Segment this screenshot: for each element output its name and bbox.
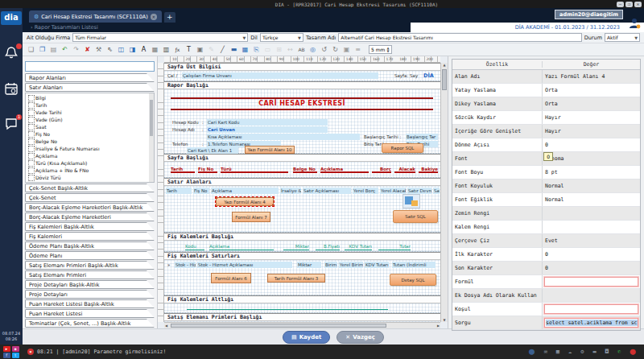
sidebar-group-10[interactable]: Satış Elemanı Primleri Başlık-Altlık bbox=[25, 261, 155, 270]
canvas-field-blue[interactable]: Stok - Hizmet Açıklaması bbox=[197, 262, 292, 268]
canvas-field-red[interactable]: Belge No bbox=[293, 166, 317, 173]
sidebar-group-3[interactable]: Çek-Senet bbox=[25, 193, 155, 202]
canvas-field-lbl[interactable]: Telefon bbox=[172, 142, 196, 147]
canvas-field-blue[interactable]: Tarih bbox=[166, 188, 192, 194]
sidebar-field-item[interactable]: Belge No bbox=[27, 138, 147, 145]
canvas-field-orange-sel[interactable]: Yazı Formül Alanı 4 bbox=[216, 197, 274, 206]
sidebar-group-15[interactable]: Puan Hareket Listesi bbox=[25, 309, 155, 318]
canvas-field-red[interactable]: Türü bbox=[221, 166, 288, 173]
canvas-vertical-scrollbar[interactable]: ▲▼ bbox=[440, 63, 448, 322]
sidebar-group-2[interactable]: Çek-Senet Başlık-Altlık bbox=[25, 184, 155, 192]
sidebar-group-5[interactable]: Borç-Alacak Eşleme Hareketleri bbox=[25, 213, 155, 221]
twitter-icon[interactable]: t bbox=[12, 353, 19, 358]
minimize-button[interactable]: ─ bbox=[617, 2, 624, 7]
tools-icon[interactable]: ⚒ bbox=[93, 44, 104, 55]
canvas-field-red[interactable]: Borç bbox=[372, 166, 391, 173]
panel-right-icon[interactable]: ◨ bbox=[127, 44, 138, 55]
tab-close-icon[interactable]: ✕ bbox=[151, 14, 157, 20]
property-value[interactable]: 8 pt bbox=[543, 169, 640, 175]
canvas-field-lbl[interactable]: Sayfa: Say bbox=[394, 73, 420, 79]
rectangle-icon[interactable]: ▬ bbox=[229, 44, 239, 55]
sidebar-field-item[interactable]: Döviz Türü bbox=[27, 174, 147, 181]
status-select[interactable]: Aktif▼ bbox=[605, 33, 640, 42]
canvas-field-lbl[interactable]: Çal / bbox=[167, 73, 180, 79]
canvas-field-blue[interactable]: Yerel Birim F bbox=[339, 262, 363, 268]
canvas-field-red[interactable]: Tarih bbox=[171, 166, 195, 173]
scroll-thumb[interactable] bbox=[150, 100, 153, 136]
property-value[interactable]: Orta bbox=[543, 87, 640, 93]
target-icon[interactable]: ◎ bbox=[308, 44, 318, 55]
youtube-icon[interactable]: ▶ bbox=[3, 346, 10, 352]
canvas-field-blue[interactable]: Sat bbox=[433, 188, 440, 194]
redo-icon[interactable]: ↷ bbox=[71, 44, 81, 55]
sidebar-group-6[interactable]: Fiş Kalemleri Başlık-Altlık bbox=[25, 222, 155, 231]
canvas-field-img[interactable] bbox=[402, 194, 420, 208]
ungroup-icon[interactable]: ≡ bbox=[353, 44, 363, 55]
canvas-field-blue[interactable]: Kısa Açıklaması bbox=[207, 134, 360, 140]
bold-text-icon[interactable]: A bbox=[138, 44, 149, 55]
delete-icon[interactable]: ✘ bbox=[82, 44, 93, 55]
property-value[interactable]: Normal bbox=[543, 196, 640, 203]
property-value-input[interactable]: select satel.aciklama from scf_fatura fa… bbox=[544, 318, 638, 328]
columns-icon[interactable]: ▥ bbox=[161, 44, 171, 55]
text-icon[interactable]: T bbox=[184, 44, 194, 55]
dia-logo[interactable]: dia bbox=[1, 11, 22, 25]
canvas-field-teal[interactable]: Kodu bbox=[185, 243, 204, 250]
canvas-field-salmon[interactable]: Detay SQL bbox=[390, 274, 436, 286]
language-select[interactable]: Türkçe▼ bbox=[260, 33, 303, 42]
field-search-input[interactable] bbox=[25, 61, 155, 72]
canvas-field-blue[interactable]: Birim bbox=[324, 262, 337, 268]
settings-icon[interactable]: ⚙ bbox=[580, 349, 584, 355]
canvas-field-orange[interactable]: Formül Alanı 7 bbox=[232, 212, 270, 222]
pointer-icon[interactable]: ⇖ bbox=[105, 44, 115, 55]
property-value[interactable]: Yazı Formül Alanı 4 bbox=[543, 73, 640, 80]
sidebar-field-item[interactable]: Saat bbox=[27, 123, 147, 130]
canvas-field-teal[interactable]: B.Fiyatı bbox=[316, 243, 340, 250]
property-value[interactable]: 0 bbox=[543, 265, 640, 271]
canvas-field-bluebold[interactable]: Cari Unvan bbox=[207, 126, 328, 133]
sidebar-field-item[interactable]: Açıklama bbox=[27, 152, 147, 159]
breadcrumb[interactable]: › Rapor Tasarımları Listesi bbox=[23, 23, 411, 32]
canvas-field-blue[interactable]: Yerel Borç bbox=[353, 188, 378, 194]
chat-icon[interactable]: 1 bbox=[4, 117, 19, 131]
canvas-field-redtitle[interactable]: CARİ HESAP EKSTRESİ bbox=[164, 100, 440, 107]
canvas-field-lbl[interactable]: : bbox=[202, 127, 205, 133]
new-tab-button[interactable]: + bbox=[164, 12, 175, 23]
sidebar-field-item[interactable]: Türü (Kısa Açıklamalı) bbox=[27, 159, 147, 167]
sidebar-group-16[interactable]: Teminatlar (Çek, Senet, ...) Başlık-Altl… bbox=[25, 319, 155, 328]
canvas-field-red[interactable]: Fiş No bbox=[198, 166, 217, 173]
sidebar-field-item[interactable]: Tarih bbox=[27, 101, 147, 109]
canvas-field-lbl[interactable]: Başlangıç Tarihi : bbox=[364, 134, 404, 140]
open-folder-icon[interactable]: ❐ bbox=[37, 44, 47, 55]
canvas-field-red[interactable]: Bakiye bbox=[419, 166, 438, 173]
sidebar-field-item[interactable]: Vade (Gün) bbox=[27, 116, 147, 123]
canvas-field-lbl[interactable]: » bbox=[167, 262, 174, 268]
sidebar-field-item[interactable]: İrsaliye & Fatura Numarası bbox=[27, 145, 147, 152]
canvas-field-blue[interactable]: Satır Açıklaması bbox=[303, 188, 351, 194]
mail-icon[interactable]: ✉ bbox=[544, 349, 547, 355]
apps-grid-icon[interactable]: ▦ bbox=[556, 349, 559, 355]
property-value[interactable]: Normal bbox=[543, 183, 640, 189]
facebook-icon[interactable]: f bbox=[3, 353, 10, 358]
sidebar-field-item[interactable]: Bilgi bbox=[27, 94, 147, 101]
sidebar-group-12[interactable]: Proje Detayları Başlık-Altlık bbox=[25, 280, 155, 289]
user-avatar-icon[interactable] bbox=[628, 17, 641, 33]
canvas-field-teal[interactable]: Miktar bbox=[283, 243, 309, 250]
canvas-field-teal[interactable]: Tutar bbox=[378, 243, 411, 250]
undo-icon[interactable]: ↶ bbox=[60, 44, 70, 55]
record-icon[interactable]: ⬤ bbox=[630, 349, 636, 355]
close-button[interactable]: ✕ bbox=[634, 2, 642, 7]
save-icon[interactable]: ▤ bbox=[48, 44, 59, 55]
canvas-field-blue[interactable]: Fiş No bbox=[193, 188, 209, 194]
sidebar-items-scrollbar[interactable] bbox=[149, 93, 154, 182]
lock-icon[interactable]: ◘ bbox=[605, 349, 609, 355]
property-value[interactable]: Tahoma bbox=[543, 155, 640, 162]
comment-icon[interactable]: ▬ bbox=[593, 349, 597, 355]
canvas-field-lbl[interactable]: : bbox=[202, 142, 205, 147]
property-value[interactable]: 0 bbox=[543, 142, 640, 148]
new-file-icon[interactable]: ❏ bbox=[26, 44, 36, 55]
line-icon[interactable]: ╱ bbox=[217, 44, 228, 55]
design-name-input[interactable] bbox=[338, 33, 581, 42]
property-value[interactable]: Hayır bbox=[543, 114, 640, 121]
canvas-field-blue[interactable]: Tutarı (İndirimli bbox=[392, 262, 436, 268]
